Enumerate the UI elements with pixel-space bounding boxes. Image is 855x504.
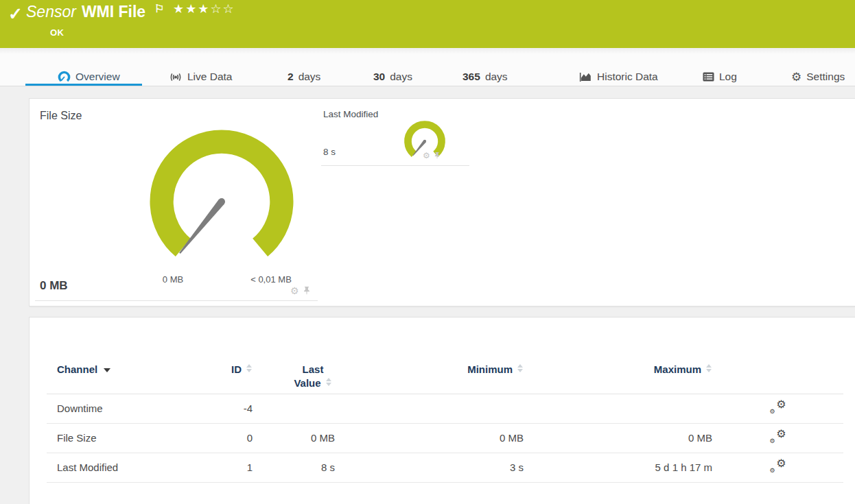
channel-row-last-modified: Last Modified 1 8 s 3 s 5 d 1 h 17 m ⚙⚙: [47, 453, 843, 482]
channel-table: Channel ID Last Value Minimum Maximum Do…: [47, 317, 843, 483]
gauge-min-label: 0 MB: [149, 274, 197, 285]
column-header-id[interactable]: ID: [204, 317, 253, 394]
file-size-current-value: 0 MB: [40, 279, 68, 293]
log-list-icon: [703, 72, 714, 82]
tab-number: 2: [288, 71, 294, 83]
overview-gauges-panel: File Size 0 MB < 0,01 MB 0 MB ⚙ Last Mod…: [29, 98, 855, 307]
channel-last-value: 0 MB: [253, 423, 335, 453]
gauge-title-last-modified: Last Modified: [323, 109, 378, 119]
sensor-status-banner: ✓ SensorWMI File ⚐ ★★★☆☆ OK: [0, 0, 855, 48]
channel-row-file-size: File Size 0 0 MB 0 MB 0 MB ⚙⚙: [47, 423, 843, 453]
column-header-minimum[interactable]: Minimum: [335, 317, 524, 394]
file-size-gauge: [143, 123, 300, 280]
sort-arrows-icon: [706, 364, 712, 372]
tab-label: Historic Data: [597, 71, 658, 83]
sensor-kind-label: Sensor: [26, 3, 76, 21]
tab-overview[interactable]: Overview: [58, 69, 120, 84]
gauge-action-icons: ⚙: [290, 286, 311, 296]
area-chart-icon: [579, 72, 592, 82]
sort-arrows-icon: [246, 364, 253, 372]
tab-label: Log: [719, 71, 737, 83]
channel-name: File Size: [47, 423, 204, 453]
status-ok-check-icon: ✓: [8, 4, 23, 24]
edit-channel-gears-icon[interactable]: ⚙⚙: [770, 430, 786, 444]
channel-name: Downtime: [47, 394, 204, 423]
column-header-channel[interactable]: Channel: [47, 317, 204, 394]
column-header-last-value[interactable]: Last Value: [253, 317, 335, 394]
channel-maximum: 0 MB: [524, 423, 712, 453]
gauge-pin-icon[interactable]: [303, 286, 311, 296]
sort-caret-down-icon: [104, 368, 110, 372]
gauge-pin-icon[interactable]: [434, 152, 441, 160]
gauge-icon: [58, 71, 71, 84]
channel-id: 1: [204, 453, 253, 482]
tab-log[interactable]: Log: [703, 69, 737, 84]
channel-last-value: [253, 394, 335, 423]
live-data-icon: [169, 72, 183, 82]
edit-channel-gears-icon[interactable]: ⚙⚙: [770, 400, 786, 414]
tab-label: Overview: [75, 71, 120, 83]
tab-live-data[interactable]: Live Data: [169, 69, 232, 84]
sensor-title: SensorWMI File: [26, 3, 145, 21]
gauge-max-label: < 0,01 MB: [233, 274, 309, 285]
gauge-cell-divider: [35, 300, 318, 301]
channel-row-downtime: Downtime -4 ⚙⚙: [47, 394, 843, 423]
column-header-maximum[interactable]: Maximum: [524, 317, 712, 394]
tab-bar: Overview Live Data 2 days 30 days 365 da…: [0, 48, 855, 86]
tab-2-days[interactable]: 2 days: [288, 69, 320, 84]
gauge-action-icons: ⚙: [423, 152, 441, 160]
tab-365-days[interactable]: 365 days: [462, 69, 508, 84]
channel-table-header-row: Channel ID Last Value Minimum Maximum: [47, 317, 843, 394]
channel-maximum: [524, 394, 712, 423]
priority-stars[interactable]: ★★★☆☆: [173, 1, 235, 16]
channel-last-value: 8 s: [253, 453, 335, 482]
sensor-name: WMI File: [82, 3, 145, 21]
prtg-sensor-page: ✓ SensorWMI File ⚐ ★★★☆☆ OK Overview Liv…: [0, 0, 855, 504]
tab-settings[interactable]: ⚙ Settings: [791, 69, 845, 84]
gauge-title-file-size: File Size: [40, 110, 82, 122]
channel-table-panel: Channel ID Last Value Minimum Maximum Do…: [29, 317, 855, 504]
tab-label: Settings: [806, 71, 845, 83]
settings-gear-icon: ⚙: [791, 71, 801, 83]
tab-label: days: [485, 71, 508, 83]
gauge-cell-divider: [321, 165, 469, 166]
channel-minimum: 0 MB: [335, 423, 524, 453]
tab-number: 30: [373, 71, 385, 83]
channel-id: 0: [204, 423, 253, 453]
channel-minimum: [335, 394, 524, 423]
column-header-actions: [712, 317, 843, 394]
gauge-settings-gear-icon[interactable]: ⚙: [290, 286, 299, 296]
channel-maximum: 5 d 1 h 17 m: [524, 453, 712, 482]
tab-label: Live Data: [187, 71, 232, 83]
favorite-flag-icon[interactable]: ⚐: [154, 2, 164, 15]
channel-minimum: 3 s: [335, 453, 524, 482]
sort-arrows-icon: [326, 378, 332, 386]
sensor-status-text: OK: [50, 27, 65, 38]
channel-id: -4: [204, 394, 253, 423]
tab-historic-data[interactable]: Historic Data: [579, 69, 658, 84]
tab-number: 365: [462, 71, 480, 83]
last-modified-current-value: 8 s: [323, 147, 336, 157]
sort-arrows-icon: [517, 364, 524, 372]
tab-label: days: [298, 71, 321, 83]
edit-channel-gears-icon[interactable]: ⚙⚙: [770, 459, 786, 473]
active-tab-underline: [25, 84, 142, 86]
tab-label: days: [390, 71, 412, 83]
tab-30-days[interactable]: 30 days: [373, 69, 412, 84]
gauge-settings-gear-icon[interactable]: ⚙: [423, 152, 430, 160]
channel-name: Last Modified: [47, 453, 204, 482]
